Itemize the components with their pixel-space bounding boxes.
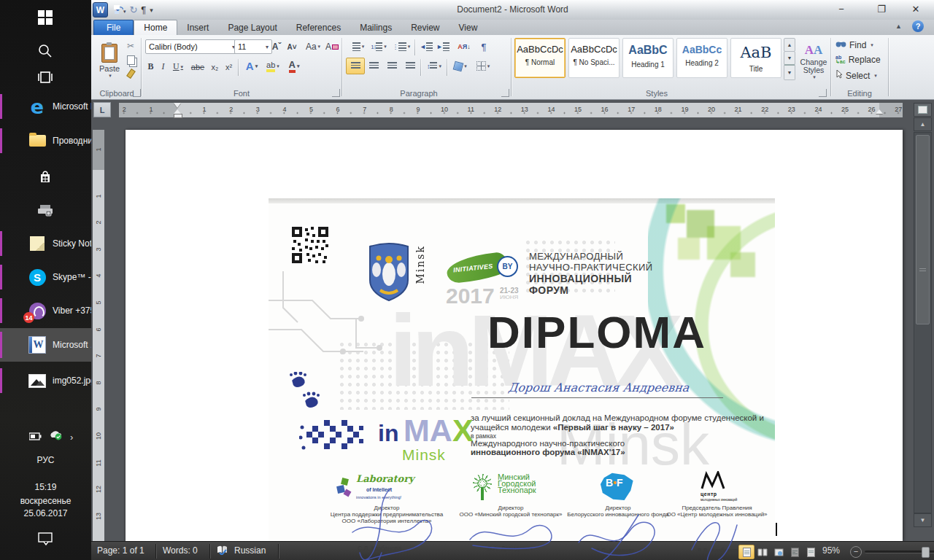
tab-mailings[interactable]: Mailings — [350, 20, 401, 35]
taskbar-item-scanner[interactable] — [0, 195, 91, 225]
replace-button[interactable]: ab↳ac Replace — [835, 55, 881, 65]
taskbar-item-viber[interactable]: 14 Viber +3752... — [0, 295, 91, 327]
tab-references[interactable]: References — [287, 20, 350, 35]
view-ruler-toggle-button[interactable] — [914, 103, 932, 117]
bold-button[interactable]: B — [144, 59, 158, 74]
find-button[interactable]: Find▾ — [835, 40, 873, 50]
clipboard-dialog-launcher[interactable] — [133, 89, 141, 97]
change-styles-button[interactable]: AA Change Styles ▾ — [796, 38, 831, 85]
tab-page-layout[interactable]: Page Layout — [218, 20, 286, 35]
show-hide-paragraph-button[interactable]: ¶ — [476, 39, 492, 55]
taskbar-item-sticky-notes[interactable]: Sticky Notes — [0, 228, 91, 260]
paste-button[interactable]: Paste ▾ — [96, 38, 123, 85]
word-count[interactable]: Words: 0 — [163, 545, 198, 556]
select-button[interactable]: Select▾ — [835, 70, 877, 81]
increase-indent-button[interactable]: ► — [434, 39, 452, 55]
document-page[interactable]: inMAX Minsk — [126, 130, 903, 541]
align-center-button[interactable] — [364, 58, 383, 74]
superscript-button[interactable]: x² — [221, 59, 236, 74]
styles-gallery-up-button[interactable]: ▲ — [784, 38, 795, 52]
help-icon[interactable]: ? — [912, 20, 924, 32]
justify-button[interactable] — [401, 58, 420, 74]
style-title[interactable]: AaB Title — [730, 38, 781, 78]
minimize-ribbon-chevron[interactable]: ▲ — [895, 23, 902, 30]
shrink-font-button[interactable]: A˅ — [284, 39, 300, 55]
tab-insert[interactable]: Insert — [177, 20, 218, 35]
font-color-button[interactable]: A▾ — [284, 58, 304, 74]
multilevel-list-button[interactable]: ⋮▾ — [390, 39, 413, 55]
web-layout-view-button[interactable] — [771, 545, 787, 559]
diploma-image[interactable]: inMAX Minsk — [269, 198, 775, 560]
right-indent-marker[interactable] — [876, 109, 883, 114]
change-case-button[interactable]: Aa▾ — [303, 39, 323, 55]
taskbar-item-store[interactable] — [0, 162, 91, 191]
taskbar-search-button[interactable] — [0, 38, 91, 64]
align-right-button[interactable] — [382, 58, 401, 74]
grow-font-button[interactable]: Aˇ — [269, 39, 285, 55]
styles-dialog-launcher[interactable] — [819, 89, 827, 97]
battery-icon[interactable] — [29, 430, 42, 443]
style-heading2[interactable]: AaBbCc Heading 2 — [676, 38, 727, 78]
numbering-button[interactable]: 1⁝▾ — [368, 39, 390, 55]
start-button[interactable] — [0, 4, 91, 31]
tab-view[interactable]: View — [449, 20, 487, 35]
taskbar-item-skype[interactable]: S Skype™ - m... — [0, 261, 91, 293]
cut-button[interactable]: ✂ — [123, 39, 138, 52]
action-center-icon[interactable] — [37, 532, 53, 548]
format-painter-button[interactable] — [123, 67, 138, 80]
style-heading1[interactable]: AaBbC Heading 1 — [622, 38, 674, 78]
subscript-button[interactable]: x₂ — [207, 59, 223, 74]
clock-time[interactable]: 15:19 — [0, 482, 91, 492]
style-normal[interactable]: AaBbCcDc ¶ Normal — [514, 38, 566, 78]
taskbar-item-edge[interactable]: e Microsoft E... — [0, 90, 91, 122]
minimize-button[interactable]: − — [829, 3, 854, 16]
zoom-slider-thumb[interactable] — [922, 547, 930, 558]
sort-button[interactable]: АЯ↓ — [454, 39, 474, 55]
tab-selector[interactable]: L — [93, 102, 111, 117]
language-status[interactable]: Russian — [234, 545, 266, 556]
line-spacing-button[interactable]: ↕▾ — [423, 58, 445, 74]
clear-formatting-button[interactable]: A — [323, 39, 341, 55]
strikethrough-button[interactable]: abe — [188, 59, 208, 74]
scroll-down-button[interactable]: ▼ — [914, 513, 932, 527]
highlight-color-button[interactable]: ab▾ — [262, 58, 284, 74]
styles-gallery-down-button[interactable]: ▼ — [784, 51, 795, 65]
paragraph-dialog-launcher[interactable] — [501, 89, 509, 97]
first-line-indent-marker[interactable] — [174, 103, 181, 108]
tab-home[interactable]: Home — [134, 20, 177, 35]
taskbar-item-image-viewer[interactable]: img052.jpg ... — [0, 365, 91, 397]
zoom-out-button[interactable]: − — [850, 546, 862, 558]
font-dialog-launcher[interactable] — [332, 89, 340, 97]
copy-button[interactable] — [123, 53, 138, 66]
scroll-up-button[interactable]: ▲ — [914, 117, 932, 131]
tab-file[interactable]: File — [93, 20, 134, 35]
borders-button[interactable]: ▾ — [471, 58, 495, 74]
underline-button[interactable]: U▾ — [169, 59, 188, 74]
scroll-thumb[interactable] — [916, 135, 930, 324]
taskbar-item-explorer[interactable]: Проводник — [0, 125, 91, 157]
italic-button[interactable]: I — [157, 59, 169, 74]
outline-view-button[interactable] — [787, 545, 803, 559]
left-indent-marker[interactable] — [174, 114, 182, 118]
font-name-combo[interactable]: Calibri (Body)▾ — [145, 39, 239, 54]
onedrive-icon[interactable] — [49, 430, 63, 443]
taskbar-item-word[interactable]: W Microsoft ... — [0, 328, 91, 362]
scroll-track[interactable] — [914, 132, 932, 513]
language-indicator[interactable]: РУС — [0, 455, 91, 465]
zoom-level[interactable]: 95% — [822, 545, 840, 556]
shading-button[interactable]: ▾ — [449, 58, 471, 74]
bullets-button[interactable]: ▾ — [346, 39, 368, 55]
draft-view-button[interactable] — [803, 545, 819, 559]
restore-button[interactable]: ❐ — [869, 3, 894, 16]
align-left-button[interactable] — [346, 58, 365, 74]
spellcheck-icon[interactable] — [217, 545, 228, 557]
decrease-indent-button[interactable]: ◄ — [417, 39, 435, 55]
show-hidden-icons-chevron[interactable]: › — [70, 432, 73, 443]
text-effects-button[interactable]: A▾ — [242, 58, 262, 74]
styles-gallery-more-button[interactable]: ▼ — [784, 64, 795, 80]
close-button[interactable]: ✕ — [903, 3, 928, 16]
page-indicator[interactable]: Page: 1 of 1 — [97, 545, 144, 556]
style-no-spacing[interactable]: AaBbCcDc ¶ No Spaci... — [568, 38, 620, 78]
tab-review[interactable]: Review — [401, 20, 449, 35]
task-view-button[interactable] — [0, 64, 91, 90]
